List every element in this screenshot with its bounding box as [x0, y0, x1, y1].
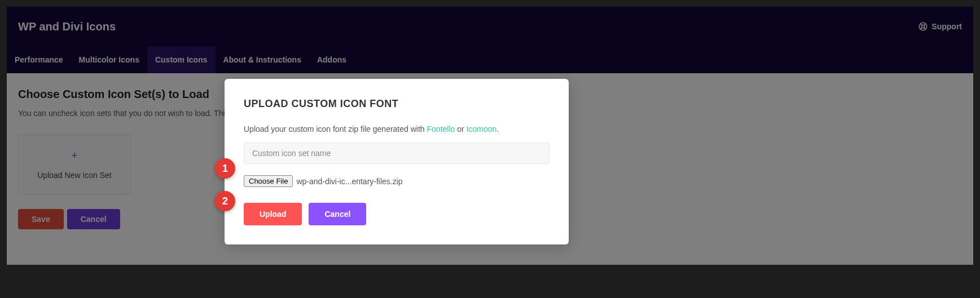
icon-set-name-input[interactable] — [244, 143, 550, 164]
choose-file-button[interactable]: Choose File — [244, 175, 293, 187]
modal-title: UPLOAD CUSTOM ICON FONT — [244, 98, 550, 110]
modal-desc-or: or — [455, 124, 466, 134]
modal-buttons: Upload Cancel — [244, 203, 550, 225]
selected-file-name: wp-and-divi-ic...entary-files.zip — [296, 177, 402, 186]
annotation-badge-2: 2 — [215, 191, 235, 211]
modal-cancel-button[interactable]: Cancel — [309, 203, 366, 225]
file-row: Choose File wp-and-divi-ic...entary-file… — [244, 175, 550, 187]
modal-desc-suffix: . — [496, 124, 499, 134]
annotation-badge-1: 1 — [215, 158, 235, 179]
upload-modal: UPLOAD CUSTOM ICON FONT Upload your cust… — [225, 79, 569, 244]
modal-desc-prefix: Upload your custom icon font zip file ge… — [244, 124, 427, 134]
icomoon-link[interactable]: Icomoon — [467, 124, 497, 134]
upload-button[interactable]: Upload — [244, 203, 302, 225]
fontello-link[interactable]: Fontello — [427, 124, 455, 134]
modal-desc: Upload your custom icon font zip file ge… — [244, 124, 550, 134]
